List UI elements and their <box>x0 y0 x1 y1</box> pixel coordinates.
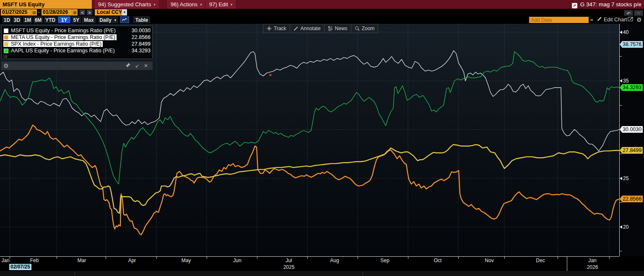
legend-close-icon[interactable]: ✕ <box>144 63 148 69</box>
x-axis-month-label: Sep <box>380 258 389 263</box>
x-axis-month-label: Nov <box>485 258 493 263</box>
table-button[interactable]: Table <box>133 16 150 23</box>
redo-button[interactable]: ↷ <box>634 10 643 16</box>
menu-suggested-charts[interactable]: 94) Suggested Charts <box>94 0 160 9</box>
annotate-button-label: Annotate <box>301 26 321 31</box>
add-data-input[interactable] <box>529 17 589 23</box>
line-chart-type-icon[interactable] <box>120 16 129 23</box>
legend-row-spx[interactable]: SPX Index - Price Earnings Ratio (P/E)27… <box>2 41 152 47</box>
x-axis-tick <box>156 257 157 259</box>
pencil-icon <box>293 26 299 31</box>
last-value-badge: 30.0030 <box>620 126 643 133</box>
calendar-icon[interactable]: ▦ <box>72 9 78 15</box>
legend-row-msft[interactable]: MSFT US Equity - Price Earnings Ratio (P… <box>2 27 152 34</box>
x-axis-month-label: Mar <box>78 258 86 263</box>
bottom-panel-strip <box>0 271 644 276</box>
last-value-badge: 27.8499 <box>620 147 643 154</box>
prev-range-button[interactable]: < <box>79 9 86 15</box>
x-axis-month-label: Apr <box>128 258 136 263</box>
gear-icon[interactable]: ⚙ <box>636 16 642 23</box>
y-axis-minor-tick <box>620 56 622 57</box>
x-axis-tick <box>257 257 257 259</box>
chart-annotate-icon[interactable] <box>628 16 634 23</box>
zoom-button-label: Zoom <box>362 26 375 31</box>
x-axis-tick <box>358 257 358 259</box>
x-axis-tick <box>307 257 308 259</box>
x-axis-tick <box>558 257 558 259</box>
frequency-select[interactable]: Daily <box>99 16 118 23</box>
calendar-icon[interactable]: ▦ <box>31 9 37 15</box>
y-axis-tick-label: 35 <box>620 78 628 84</box>
legend-pin-icon[interactable] <box>126 63 130 69</box>
x-axis-month-label: Jan <box>588 258 596 263</box>
legend-footer: ⚙ ↙ ✕ <box>1 62 153 70</box>
series-label: META US Equity - Price Earnings Ratio (P… <box>11 34 115 40</box>
series-label: SPX Index - Price Earnings Ratio (P/E) <box>11 41 101 47</box>
legend-minimize-icon[interactable]: ↙ <box>135 63 139 69</box>
y-axis: 4035252038.757634.329330.003027.849922.8… <box>619 24 644 256</box>
end-date-input[interactable]: 01/28/2026 <box>42 9 72 15</box>
x-axis-month-label: Dec <box>536 258 545 263</box>
x-axis-month-label: May <box>182 258 191 263</box>
security-ticker-field[interactable]: MSFT US Equity <box>0 0 92 9</box>
last-value-badge: 22.8566 <box>620 196 643 202</box>
x-axis-month-label: Oct <box>434 258 442 263</box>
series-line-3[interactable] <box>0 52 619 184</box>
x-axis-tick <box>207 257 207 259</box>
legend-row-aapl[interactable]: AAPL US Equity - Price Earnings Ratio (P… <box>2 47 152 54</box>
x-axis-tick <box>106 257 106 259</box>
series-swatch-msft <box>4 28 8 33</box>
period-tab-ytd[interactable]: YTD <box>44 16 57 23</box>
x-axis-year-label: 2025 <box>283 264 295 270</box>
y-axis-tick-label: 40 <box>620 29 628 35</box>
pencil-icon[interactable] <box>597 16 602 23</box>
legend-resize-grip[interactable] <box>3 54 7 58</box>
x-axis: 02/07/25 JanFebMarAprMayJunJulAugSepOctN… <box>0 256 644 271</box>
chart-overlay-buttons: Track Annotate News Zoom <box>263 24 378 32</box>
x-axis-month-label: Aug <box>330 258 339 263</box>
zoom-button[interactable]: Zoom <box>351 24 379 33</box>
track-button-label: Track <box>274 26 286 31</box>
menu-edit[interactable]: 97) Edit <box>205 0 236 9</box>
news-icon <box>328 26 333 31</box>
news-button[interactable]: News <box>324 24 351 33</box>
next-range-button[interactable]: > <box>86 9 93 15</box>
last-value-badge: 34.3293 <box>620 84 643 91</box>
undo-button[interactable]: ↶ <box>624 10 633 16</box>
x-axis-month-label: Jan <box>1 258 9 263</box>
series-line-1[interactable] <box>0 125 619 235</box>
annotation-dot[interactable] <box>269 74 271 76</box>
period-tab-1y[interactable]: 1Y <box>58 16 70 23</box>
y-axis-minor-tick <box>620 105 622 106</box>
x-axis-month-label: Feb <box>30 258 39 263</box>
start-date-input[interactable]: 01/27/2025 <box>1 9 31 15</box>
x-axis-tick <box>458 257 459 259</box>
period-tab-3d[interactable]: 3D <box>13 16 21 23</box>
collapse-toolbar-button[interactable]: « <box>590 16 593 23</box>
menu-actions[interactable]: 96) Actions <box>166 0 206 9</box>
x-axis-tick <box>504 257 505 259</box>
period-tab-6m[interactable]: 6M <box>34 16 43 23</box>
legend-settings-gear-icon[interactable]: ⚙ <box>3 62 9 69</box>
period-tab-5y[interactable]: 5Y <box>72 16 81 23</box>
currency-caret-icon[interactable]: ▼ <box>122 9 127 15</box>
period-tab-max[interactable]: Max <box>82 16 96 23</box>
period-tab-1d[interactable]: 1D <box>3 16 11 23</box>
series-last-value: 27.8499 <box>132 41 151 47</box>
series-swatch-spx <box>4 42 8 46</box>
series-last-value: 30.0030 <box>132 28 151 34</box>
x-axis-tick <box>609 257 610 259</box>
legend-row-meta[interactable]: META US Equity - Price Earnings Ratio (P… <box>2 34 152 41</box>
series-line-2[interactable] <box>0 144 619 213</box>
legend-panel: MSFT US Equity - Price Earnings Ratio (P… <box>1 26 153 59</box>
news-button-label: News <box>335 26 348 31</box>
edit-chart-button[interactable]: Edit Chart <box>604 16 627 23</box>
annotate-button[interactable]: Annotate <box>290 24 325 33</box>
track-button[interactable]: Track <box>263 24 290 33</box>
x-axis-tick <box>10 257 10 259</box>
x-axis-tick <box>408 257 408 259</box>
currency-select[interactable]: Local CCY <box>95 9 124 15</box>
period-tab-1m[interactable]: 1M <box>23 16 32 23</box>
bloomberg-chart-window: MSFT US Equity 94) Suggested Charts 96) … <box>0 0 644 276</box>
export-icon[interactable]: ↗ <box>572 3 577 8</box>
